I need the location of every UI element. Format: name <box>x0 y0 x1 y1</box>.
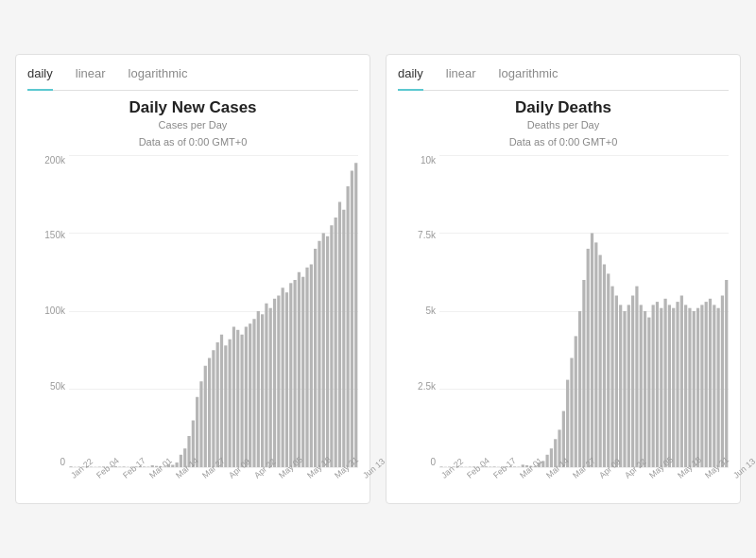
bar <box>342 209 345 466</box>
bar <box>644 311 646 467</box>
bar <box>310 264 313 467</box>
bar <box>700 305 703 467</box>
bar <box>273 298 276 466</box>
bar <box>282 288 284 467</box>
bar <box>676 302 679 467</box>
bar <box>196 396 198 466</box>
y-label: 100k <box>44 305 65 316</box>
bar <box>220 334 223 466</box>
y-label: 7.5k <box>418 230 436 240</box>
tab-daily[interactable]: daily <box>27 66 53 91</box>
chart-title: Daily New Cases <box>27 98 358 117</box>
bar <box>570 357 573 467</box>
bar <box>208 357 211 467</box>
plot-area <box>439 155 729 467</box>
bar <box>550 448 553 467</box>
bar <box>693 311 696 467</box>
bar <box>269 307 272 466</box>
bar <box>245 326 248 467</box>
bar <box>236 329 239 466</box>
bar <box>717 307 720 466</box>
bar <box>684 305 687 467</box>
tab-daily[interactable]: daily <box>398 66 423 91</box>
bar <box>293 280 296 467</box>
bar <box>354 163 357 467</box>
bar <box>277 295 280 467</box>
bar <box>122 466 125 467</box>
x-axis: Jan 22Feb 04Feb 17Mar 01Mar 14Mar 27Apr … <box>439 469 729 496</box>
bar <box>261 314 264 467</box>
tab-logarithmic[interactable]: logarithmic <box>499 66 558 84</box>
bar <box>249 323 251 467</box>
bar <box>672 307 675 466</box>
x-axis: Jan 22Feb 04Feb 17Mar 01Mar 14Mar 27Apr … <box>69 469 358 496</box>
chart-title: Daily Deaths <box>398 98 729 117</box>
bar <box>591 233 593 467</box>
chart-area: 10k7.5k5k2.5k0Jan 22Feb 04Feb 17Mar 01Ma… <box>398 155 729 496</box>
bar <box>265 303 267 466</box>
bar <box>660 307 662 466</box>
bar <box>285 292 288 467</box>
bar <box>216 342 219 467</box>
y-label: 50k <box>50 381 65 392</box>
tab-row: dailylinearlogarithmic <box>27 66 358 91</box>
bar <box>696 307 699 466</box>
bar <box>298 271 301 466</box>
bar <box>199 381 202 467</box>
bar <box>204 365 207 466</box>
bar <box>318 240 320 466</box>
bar <box>335 218 337 467</box>
bar <box>623 311 626 467</box>
bar <box>656 302 659 467</box>
tab-linear[interactable]: linear <box>446 66 476 84</box>
tab-linear[interactable]: linear <box>76 66 106 84</box>
bar <box>301 276 304 466</box>
bar <box>721 295 724 467</box>
chart-card-deaths: dailylinearlogarithmicDaily DeathsDeaths… <box>386 54 741 503</box>
y-label: 0 <box>430 457 436 467</box>
bar <box>252 319 255 467</box>
bar <box>607 273 610 467</box>
y-label: 5k <box>425 305 436 316</box>
bar <box>351 170 353 467</box>
chart-subtitle: Deaths per DayData as of 0:00 GMT+0 <box>398 117 729 150</box>
bar <box>582 280 585 467</box>
bar <box>575 336 577 467</box>
bar <box>668 305 671 467</box>
y-label: 10k <box>421 155 436 166</box>
bar <box>212 350 215 467</box>
y-axis: 10k7.5k5k2.5k0 <box>398 155 439 467</box>
bar <box>439 466 442 467</box>
bar <box>545 454 548 466</box>
bar <box>619 305 622 467</box>
x-label: Jun 13 <box>731 456 756 480</box>
y-label: 2.5k <box>418 381 436 392</box>
bar <box>615 295 618 467</box>
bar <box>640 305 643 467</box>
bars-svg <box>69 155 358 467</box>
bar <box>322 233 325 467</box>
bar <box>232 326 235 467</box>
bar <box>578 311 581 467</box>
y-axis: 200k150k100k50k0 <box>27 155 69 467</box>
bar <box>631 295 634 467</box>
tab-logarithmic[interactable]: logarithmic <box>129 66 188 84</box>
bar <box>314 249 317 467</box>
bar <box>713 305 715 467</box>
x-label: Jun 13 <box>361 456 387 480</box>
bar <box>305 267 308 466</box>
bar <box>566 379 569 466</box>
bar <box>627 305 630 467</box>
chart-card-cases: dailylinearlogarithmicDaily New CasesCas… <box>15 54 370 503</box>
bar <box>229 339 232 466</box>
bar <box>240 334 243 466</box>
bar <box>599 254 602 466</box>
bar <box>289 283 292 467</box>
main-container: dailylinearlogarithmicDaily New CasesCas… <box>0 39 756 518</box>
bar <box>330 225 333 467</box>
plot-area <box>69 155 358 467</box>
bar <box>338 201 341 467</box>
bar <box>705 302 708 467</box>
bar <box>224 345 227 467</box>
bar <box>680 295 683 467</box>
